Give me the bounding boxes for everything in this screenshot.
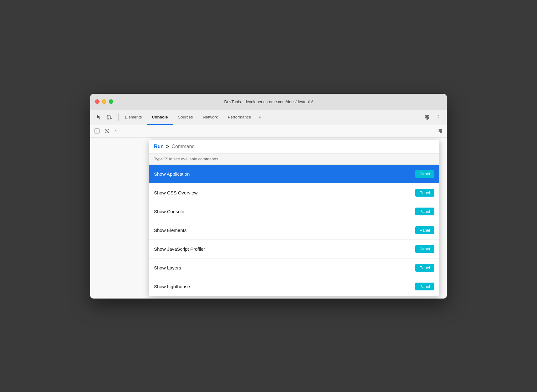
main-content: Run > Type '?' to see available commands…: [90, 138, 447, 299]
circle-slash-icon: [105, 128, 110, 133]
svg-rect-1: [110, 116, 112, 118]
panel-badge-show-js-profiler: Panel: [415, 245, 434, 253]
window-title: DevTools - developer.chrome.com/docs/dev…: [224, 99, 313, 104]
command-item-show-console[interactable]: Show Console Panel: [149, 202, 439, 221]
command-label-show-application: Show Application: [154, 171, 190, 177]
toolbar-separator: [118, 113, 119, 121]
command-item-show-elements[interactable]: Show Elements Panel: [149, 221, 439, 240]
command-item-show-application[interactable]: Show Application Panel: [149, 165, 439, 183]
svg-rect-6: [95, 129, 99, 133]
svg-line-9: [105, 129, 109, 133]
toolbar-icon-group: [91, 112, 117, 122]
command-label-show-lighthouse: Show Lighthouse: [154, 284, 190, 289]
command-item-show-css-overview[interactable]: Show CSS Overview Panel: [149, 183, 439, 202]
gear-icon-secondary: [437, 128, 442, 133]
svg-point-3: [438, 115, 439, 116]
tab-performance[interactable]: Performance: [223, 110, 256, 125]
tab-overflow-button[interactable]: »: [256, 110, 264, 125]
command-label-show-layers: Show Layers: [154, 265, 181, 270]
panel-badge-show-lighthouse: Panel: [415, 283, 434, 290]
panel-badge-show-application: Panel: [415, 170, 434, 178]
command-label-show-js-profiler: Show JavaScript Profiler: [154, 246, 205, 252]
minimize-button[interactable]: [102, 99, 106, 104]
inspect-element-button[interactable]: [94, 112, 104, 122]
command-item-show-js-profiler[interactable]: Show JavaScript Profiler Panel: [149, 240, 439, 259]
command-input-row: Run >: [149, 140, 439, 153]
cursor-icon: [96, 114, 102, 120]
secondary-settings-button[interactable]: [436, 127, 444, 135]
tab-sources[interactable]: Sources: [173, 110, 198, 125]
hint-text: Type '?' to see available commands: [154, 157, 218, 161]
main-tabs: Elements Console Sources Network Perform…: [120, 110, 419, 125]
title-bar: DevTools - developer.chrome.com/docs/dev…: [90, 94, 447, 110]
tab-console[interactable]: Console: [147, 110, 173, 125]
more-options-button[interactable]: [433, 112, 443, 122]
gear-icon: [424, 114, 430, 120]
hint-row: Type '?' to see available commands: [149, 153, 439, 165]
command-item-show-layers[interactable]: Show Layers Panel: [149, 259, 439, 277]
panel-badge-show-css-overview: Panel: [415, 189, 434, 197]
maximize-button[interactable]: [109, 99, 113, 104]
panel-layout-icon: [95, 128, 100, 133]
settings-button[interactable]: [422, 112, 432, 122]
command-palette: Run > Type '?' to see available commands…: [149, 140, 439, 296]
panel-badge-show-layers: Panel: [415, 264, 434, 272]
device-icon: [107, 114, 112, 120]
command-label-show-css-overview: Show CSS Overview: [154, 190, 197, 195]
panel-badge-show-console: Panel: [415, 208, 434, 215]
run-label: Run: [154, 144, 164, 149]
command-item-show-lighthouse[interactable]: Show Lighthouse Panel: [149, 277, 439, 296]
panel-badge-show-elements: Panel: [415, 226, 434, 234]
devtools-window: DevTools - developer.chrome.com/docs/dev…: [90, 94, 447, 299]
vertical-dots-icon: [435, 114, 441, 120]
sidebar-toggle-button[interactable]: [93, 127, 101, 135]
device-toolbar-button[interactable]: [105, 112, 115, 122]
command-label-show-console: Show Console: [154, 209, 184, 214]
command-prompt-symbol: >: [166, 144, 169, 149]
command-input[interactable]: [171, 144, 434, 149]
tab-elements[interactable]: Elements: [120, 110, 147, 125]
tab-network[interactable]: Network: [198, 110, 223, 125]
svg-point-4: [438, 117, 439, 118]
svg-point-5: [438, 118, 439, 119]
devtools-toolbar: Elements Console Sources Network Perform…: [90, 110, 447, 125]
expand-arrow[interactable]: ›: [113, 127, 119, 135]
command-label-show-elements: Show Elements: [154, 228, 187, 233]
toolbar-right: [419, 112, 446, 122]
no-recording-button[interactable]: [103, 127, 111, 135]
traffic-lights: [95, 99, 113, 104]
close-button[interactable]: [95, 99, 100, 104]
secondary-toolbar: ›: [90, 125, 447, 138]
command-list: Show Application Panel Show CSS Overview…: [149, 165, 439, 296]
